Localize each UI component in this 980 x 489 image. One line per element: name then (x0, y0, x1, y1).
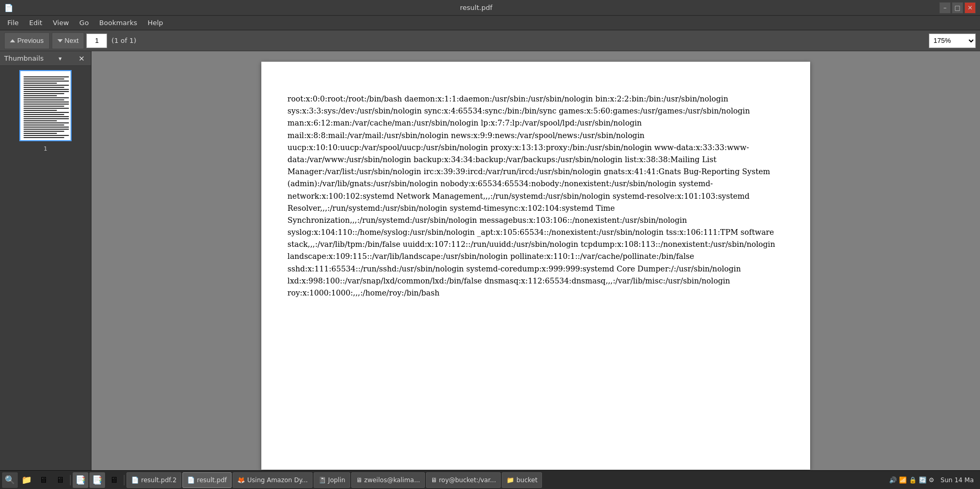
titlebar-controls: – □ ✕ (939, 2, 976, 14)
menubar: File Edit View Go Bookmarks Help (0, 16, 980, 30)
next-button[interactable]: Next (52, 32, 85, 49)
pdf-viewer-area[interactable]: root:x:0:0:root:/root:/bin/bash daemon:x… (91, 51, 980, 470)
taskbar-system-icon-1[interactable]: 🔍 (2, 472, 18, 488)
taskbar: 🔍 📁 🖥 🖥 📑 📑 🖥 📄 result.pdf.2 📄 result.pd… (0, 470, 980, 489)
taskbar-app-label-1: result.pdf (197, 476, 227, 484)
taskbar-right: 🔊 📶 🔒 🔄 ⚙ Sun 14 Ma (889, 476, 978, 484)
taskbar-term-icon[interactable]: 🖥 (106, 472, 122, 488)
taskbar-app-label-4: zweilos@kalima... (364, 476, 420, 484)
taskbar-app-terminal-1[interactable]: 🖥 zweilos@kalima... (351, 472, 425, 488)
taskbar-system-icon-3[interactable]: 🖥 (36, 472, 51, 488)
taskbar-app-icon-0: 📄 (131, 476, 139, 484)
main-area: Thumbnails ▾ ✕ (0, 51, 980, 470)
menu-file[interactable]: File (3, 18, 23, 28)
maximize-button[interactable]: □ (952, 2, 963, 14)
taskbar-app-bucket[interactable]: 📁 bucket (502, 472, 542, 488)
sidebar-dropdown-icon[interactable]: ▾ (59, 55, 62, 62)
menu-edit[interactable]: Edit (25, 18, 47, 28)
taskbar-app-label-2: Using Amazon Dy... (247, 476, 308, 484)
taskbar-network-icon[interactable]: 📶 (899, 476, 907, 484)
app-icon: 📄 (4, 4, 13, 12)
taskbar-app-result-pdf-2[interactable]: 📄 result.pdf.2 (126, 472, 181, 488)
next-label: Next (65, 37, 79, 44)
titlebar-title: result.pdf (13, 4, 939, 12)
close-button[interactable]: ✕ (964, 2, 976, 14)
taskbar-icon-2-img: 📁 (21, 475, 32, 485)
sidebar: Thumbnails ▾ ✕ (0, 51, 91, 470)
taskbar-system-icon-2[interactable]: 📁 (19, 472, 34, 488)
taskbar-filemgr-icon2[interactable]: 📑 (89, 472, 105, 488)
thumbnail-page-1[interactable] (19, 70, 72, 141)
zoom-select[interactable]: 50%75%100%125%150%175%200%300%400% (929, 33, 976, 48)
thumbnail-page-label: 1 (44, 145, 48, 152)
taskbar-settings-icon[interactable]: ⚙ (929, 476, 935, 484)
menu-view[interactable]: View (49, 18, 73, 28)
taskbar-icon-4-img: 🖥 (56, 475, 64, 485)
toolbar: Previous Next (1 of 1) 50%75%100%125%150… (0, 30, 980, 51)
taskbar-app-icon-5: 🖥 (431, 476, 437, 484)
taskbar-time: Sun 14 Ma (937, 476, 978, 484)
taskbar-app-icon-1: 📄 (187, 476, 195, 484)
taskbar-separator-1 (70, 475, 71, 485)
taskbar-app-icon-6: 📁 (506, 476, 514, 484)
menu-go[interactable]: Go (75, 18, 93, 28)
taskbar-app-firefox[interactable]: 🦊 Using Amazon Dy... (233, 472, 313, 488)
taskbar-refresh-icon[interactable]: 🔄 (919, 476, 927, 484)
menu-bookmarks[interactable]: Bookmarks (95, 18, 142, 28)
taskbar-app-label-0: result.pdf.2 (141, 476, 177, 484)
page-count: (1 of 1) (111, 37, 136, 44)
minimize-button[interactable]: – (939, 2, 951, 14)
taskbar-icon-1-img: 🔍 (5, 475, 15, 485)
filemgr-icon-img: 📑 (75, 475, 86, 485)
sidebar-title: Thumbnails (4, 54, 44, 62)
taskbar-lock-icon[interactable]: 🔒 (909, 476, 917, 484)
taskbar-app-joplin[interactable]: 📓 Joplin (314, 472, 350, 488)
taskbar-app-label-6: bucket (516, 476, 537, 484)
sidebar-header: Thumbnails ▾ ✕ (0, 51, 91, 66)
taskbar-app-icon-4: 🖥 (356, 476, 362, 484)
taskbar-app-icon-2: 🦊 (237, 476, 245, 484)
pdf-content: root:x:0:0:root:/root:/bin/bash daemon:x… (287, 93, 784, 299)
filemgr-icon2-img: 📑 (92, 475, 102, 485)
thumbnail-image (21, 72, 70, 139)
previous-label: Previous (17, 37, 44, 44)
taskbar-system-icon-4[interactable]: 🖥 (52, 472, 68, 488)
thumbnail-area: 1 (0, 66, 91, 156)
taskbar-app-terminal-2[interactable]: 🖥 roy@bucket:/var... (426, 472, 501, 488)
taskbar-app-icon-3: 📓 (318, 476, 326, 484)
titlebar: 📄 result.pdf – □ ✕ (0, 0, 980, 16)
taskbar-icon-3-img: 🖥 (39, 475, 48, 485)
pdf-page: root:x:0:0:root:/root:/bin/bash daemon:x… (261, 62, 810, 470)
sidebar-close-button[interactable]: ✕ (76, 53, 87, 64)
taskbar-app-label-3: Joplin (328, 476, 345, 484)
taskbar-app-result-pdf[interactable]: 📄 result.pdf (182, 472, 232, 488)
page-number-input[interactable] (86, 33, 107, 48)
taskbar-separator-2 (124, 475, 124, 485)
taskbar-volume-icon[interactable]: 🔊 (889, 476, 897, 484)
taskbar-app-label-5: roy@bucket:/var... (439, 476, 496, 484)
taskbar-filemgr-icon[interactable]: 📑 (73, 472, 88, 488)
next-arrow-icon (57, 39, 63, 42)
prev-arrow-icon (10, 39, 15, 42)
titlebar-left: 📄 (4, 4, 13, 12)
menu-help[interactable]: Help (143, 18, 167, 28)
term-icon-img: 🖥 (110, 475, 118, 485)
previous-button[interactable]: Previous (4, 32, 50, 49)
